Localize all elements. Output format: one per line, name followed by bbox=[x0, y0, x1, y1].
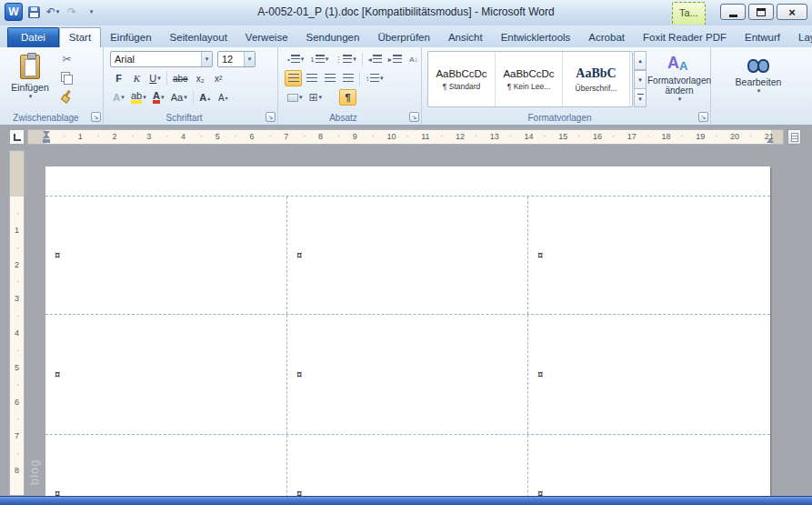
cut-button[interactable]: ✂ bbox=[58, 51, 75, 67]
increase-indent-button[interactable]: ▸ bbox=[386, 51, 405, 67]
dialog-launcher-icon[interactable]: ↘ bbox=[266, 112, 276, 122]
tab-acrobat[interactable]: Acrobat bbox=[579, 28, 634, 47]
tab-entwurf[interactable]: Entwurf bbox=[736, 28, 789, 47]
tab-ansicht[interactable]: Ansicht bbox=[439, 28, 492, 47]
word-logo-icon[interactable]: W bbox=[5, 3, 23, 21]
font-color-button[interactable]: A▾ bbox=[150, 89, 167, 106]
table-cell[interactable]: ¤ bbox=[45, 435, 287, 496]
table-cell[interactable]: ¤ bbox=[528, 315, 770, 434]
borders-button[interactable]: ⊞▾ bbox=[306, 89, 326, 106]
table-cell[interactable]: ¤ bbox=[45, 197, 287, 314]
list-lines-icon bbox=[316, 55, 325, 64]
multilevel-list-button[interactable]: ⋮▾ bbox=[332, 51, 359, 67]
table-cell[interactable]: ¤ bbox=[287, 435, 528, 496]
document-page[interactable]: ¤¤¤¤¤¤¤¤¤ bbox=[45, 167, 770, 496]
shrink-font-button[interactable]: A▾ bbox=[215, 89, 232, 106]
dialog-launcher-icon[interactable]: ↘ bbox=[91, 112, 101, 122]
sort-button[interactable]: A↓ bbox=[406, 51, 423, 67]
ribbon: Einfügen ▾ ✂ Zwischenablage ↘ Arial ▾ 12… bbox=[0, 47, 812, 126]
tab-datei[interactable]: Datei bbox=[7, 27, 59, 47]
customize-qat-button[interactable]: ▾ bbox=[83, 4, 99, 20]
chevron-down-icon: ▾ bbox=[326, 56, 329, 63]
redo-button[interactable]: ↷ bbox=[64, 4, 80, 20]
table-cell[interactable]: ¤ bbox=[45, 315, 287, 434]
ruler-number: 8 bbox=[318, 132, 323, 141]
grow-font-button[interactable]: A▴ bbox=[196, 89, 214, 106]
tab-start[interactable]: Start bbox=[59, 27, 101, 47]
ruler-number: 4 bbox=[15, 328, 19, 338]
editing-button[interactable]: Bearbeiten ▾ bbox=[722, 50, 795, 110]
tab-ueberpruefen[interactable]: Überprüfen bbox=[368, 28, 439, 47]
table-cell[interactable]: ¤ bbox=[287, 197, 528, 314]
table-cell[interactable]: ¤ bbox=[287, 315, 528, 434]
style-item-ueberschrift-1[interactable]: AaBbC Überschrif... bbox=[563, 52, 630, 106]
copy-button[interactable] bbox=[58, 69, 75, 86]
numbering-button[interactable]: 1▾ bbox=[307, 51, 331, 67]
strikethrough-button[interactable]: abe bbox=[170, 70, 191, 86]
tab-stop-selector[interactable] bbox=[9, 129, 25, 145]
show-formatting-marks-button[interactable]: ¶ bbox=[339, 89, 356, 106]
ruler-tick: · bbox=[165, 131, 168, 140]
gallery-up-button[interactable]: ▴ bbox=[634, 51, 647, 70]
ruler-tick: · bbox=[131, 131, 134, 140]
left-indent-marker[interactable] bbox=[43, 139, 50, 143]
font-family-select[interactable]: Arial ▾ bbox=[110, 51, 213, 67]
table-cell[interactable]: ¤ bbox=[528, 435, 770, 496]
line-spacing-button[interactable]: ↕▾ bbox=[363, 70, 386, 86]
highlight-color-button[interactable]: ab▾ bbox=[128, 89, 149, 106]
italic-button[interactable]: K bbox=[128, 70, 145, 86]
change-case-button[interactable]: Aa▾ bbox=[168, 89, 190, 106]
shading-button[interactable]: ▾ bbox=[285, 89, 306, 106]
table-cell[interactable]: ¤ bbox=[528, 197, 770, 314]
save-button[interactable] bbox=[25, 4, 42, 20]
style-item-standard[interactable]: AaBbCcDc ¶ Standard bbox=[428, 52, 496, 106]
ruler-number: 10 bbox=[387, 132, 396, 141]
font-size-select[interactable]: 12 ▾ bbox=[217, 51, 256, 67]
ruler-number: 2 bbox=[113, 132, 117, 141]
tab-seitenlayout[interactable]: Seitenlayout bbox=[161, 28, 236, 47]
ruler-toggle-button[interactable] bbox=[787, 129, 801, 145]
dialog-launcher-icon[interactable]: ↘ bbox=[409, 112, 419, 122]
subscript-label: x₂ bbox=[196, 74, 205, 84]
gallery-more-button[interactable]: ▾ bbox=[634, 89, 647, 107]
format-painter-button[interactable] bbox=[58, 87, 75, 104]
gallery-down-button[interactable]: ▾ bbox=[634, 70, 647, 89]
tab-foxit-reader-pdf[interactable]: Foxit Reader PDF bbox=[634, 28, 736, 47]
underline-button[interactable]: U▾ bbox=[146, 70, 164, 86]
align-left-icon bbox=[288, 74, 299, 83]
change-styles-button[interactable]: AA Formatvorlagen ändern ▾ bbox=[651, 50, 707, 110]
paste-button[interactable]: Einfügen ▾ bbox=[8, 50, 52, 112]
horizontal-ruler[interactable]: 1·2·3·4·5·6·7·8·9·10·11·12·13·14·15·16·1… bbox=[27, 129, 784, 145]
tab-sendungen[interactable]: Sendungen bbox=[297, 28, 369, 47]
bullets-button[interactable]: •▾ bbox=[285, 51, 306, 67]
align-right-button[interactable] bbox=[321, 70, 338, 86]
justify-button[interactable] bbox=[339, 70, 356, 86]
ruler-tick: · bbox=[749, 131, 752, 140]
maximize-button[interactable] bbox=[748, 4, 774, 20]
close-button[interactable]: × bbox=[777, 4, 807, 20]
ruler-number: 9 bbox=[353, 132, 357, 141]
text-effects-button[interactable]: A▾ bbox=[110, 89, 127, 106]
dialog-launcher-icon[interactable]: ↘ bbox=[698, 112, 708, 122]
align-left-button[interactable] bbox=[285, 70, 302, 86]
ruler-tick: · bbox=[475, 131, 477, 140]
subscript-button[interactable]: x₂ bbox=[192, 70, 209, 86]
decrease-indent-button[interactable]: ◂ bbox=[366, 51, 385, 67]
table-tools-contextual-header[interactable]: Ta... bbox=[672, 2, 706, 25]
minimize-button[interactable] bbox=[720, 4, 746, 20]
superscript-button[interactable]: x² bbox=[210, 70, 227, 86]
undo-button[interactable]: ↶▾ bbox=[45, 4, 61, 20]
tab-einfuegen[interactable]: Einfügen bbox=[101, 28, 160, 47]
align-center-button[interactable] bbox=[303, 70, 320, 86]
tab-layout[interactable]: Layout bbox=[789, 28, 812, 47]
chevron-down-icon: ▾ bbox=[29, 93, 33, 100]
hanging-indent-marker[interactable] bbox=[43, 134, 50, 138]
word-window: W ↶▾ ↷ ▾ A-0052-01_P (1).doc [Kompatibil… bbox=[0, 0, 812, 505]
style-item-kein-leerraum[interactable]: AaBbCcDc ¶ Kein Lee... bbox=[496, 52, 563, 106]
pilcrow-icon: ¶ bbox=[346, 92, 351, 103]
bold-button[interactable]: F bbox=[110, 70, 127, 86]
tab-verweise[interactable]: Verweise bbox=[236, 28, 297, 47]
ruler-number: 16 bbox=[593, 132, 602, 141]
styles-gallery: AaBbCcDc ¶ Standard AaBbCcDc ¶ Kein Lee.… bbox=[427, 51, 633, 107]
tab-entwicklertools[interactable]: Entwicklertools bbox=[492, 28, 580, 47]
